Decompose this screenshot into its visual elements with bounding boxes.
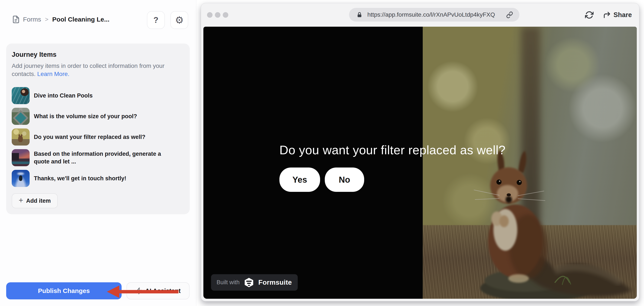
breadcrumb: Forms > Pool Cleaning Le...: [12, 15, 110, 24]
gear-icon: ⚙: [175, 15, 184, 25]
description-text: Add journey items in order to collect in…: [12, 63, 164, 77]
share-icon: [603, 11, 611, 19]
refresh-icon[interactable]: [585, 11, 594, 19]
sidebar: Forms > Pool Cleaning Le... ? ⚙ Journey …: [0, 0, 196, 306]
thumbnail-pool-swimmer: [12, 87, 30, 104]
journey-item-dive-into-clean-pools[interactable]: Dive into Clean Pools: [12, 87, 184, 104]
help-button[interactable]: ?: [147, 11, 165, 29]
add-item-label: Add item: [26, 198, 51, 204]
yes-button[interactable]: Yes: [280, 168, 320, 192]
journey-item-label: What is the volume size of your pool?: [34, 112, 137, 120]
formsuite-brand-label: Formsuite: [258, 278, 292, 286]
lock-icon: [356, 12, 363, 18]
ai-assistant-label: AI Assistant: [145, 287, 181, 294]
link-icon[interactable]: [506, 11, 513, 18]
no-button[interactable]: No: [325, 168, 364, 192]
breadcrumb-separator: >: [44, 16, 49, 23]
window-dot[interactable]: [207, 12, 212, 18]
journey-items-title: Journey Items: [12, 51, 184, 58]
settings-button[interactable]: ⚙: [170, 11, 188, 29]
window-controls: [207, 12, 228, 18]
journey-item-generate-quote[interactable]: Based on the information provided, gener…: [12, 149, 184, 166]
journey-item-label: Thanks, we'll get in touch shortly!: [34, 175, 126, 182]
thumbnail-pool-overhead: [12, 108, 30, 125]
window-dot[interactable]: [223, 12, 228, 18]
journey-item-pool-volume[interactable]: What is the volume size of your pool?: [12, 108, 184, 125]
browser-toolbar: https://app.formsuite.co/l/rXnAPvUoLtdp4…: [201, 3, 639, 27]
plus-icon: +: [19, 197, 23, 204]
toolbar-right-controls: Share: [585, 3, 632, 27]
squirrel-photo: [423, 27, 637, 299]
question-mark-icon: ?: [153, 16, 158, 25]
journey-items-list: Dive into Clean Pools What is the volume…: [12, 87, 184, 187]
thumbnail-sunset-pool-house: [12, 149, 30, 166]
lightning-bolt-icon: [136, 287, 143, 294]
learn-more-link[interactable]: Learn More.: [37, 71, 70, 77]
journey-items-panel: Journey Items Add journey items in order…: [6, 44, 190, 214]
form-preview-content: Do you want your filter replaced as well…: [204, 27, 637, 299]
share-label: Share: [614, 11, 632, 19]
built-with-label: Built with: [216, 279, 240, 286]
journey-item-label: Do you want your filter replaced as well…: [34, 133, 146, 141]
built-with-badge[interactable]: Built with Formsuite: [211, 274, 298, 291]
publish-changes-button[interactable]: Publish Changes: [6, 282, 122, 299]
thumbnail-squirrel: [12, 128, 30, 145]
breadcrumb-forms-link[interactable]: Forms: [23, 16, 41, 23]
document-icon: [12, 15, 20, 24]
journey-item-label: Based on the information provided, gener…: [34, 150, 174, 165]
formsuite-logo-icon: [243, 276, 255, 288]
journey-item-filter-replaced[interactable]: Do you want your filter replaced as well…: [12, 128, 184, 145]
share-button[interactable]: Share: [603, 11, 632, 19]
window-dot[interactable]: [215, 12, 220, 18]
photo-dark-overlay: [423, 27, 637, 299]
form-question: Do you want your filter replaced as well…: [280, 143, 506, 157]
ai-assistant-button[interactable]: AI Assistant: [126, 282, 190, 299]
answer-buttons: Yes No: [280, 168, 364, 192]
url-text: https://app.formsuite.co/l/rXnAPvUoLtdp4…: [367, 11, 502, 18]
thumbnail-underwater-diver: [12, 170, 30, 187]
journey-items-description: Add journey items in order to collect in…: [12, 62, 182, 78]
add-item-button[interactable]: + Add item: [12, 193, 58, 208]
journey-item-thanks[interactable]: Thanks, we'll get in touch shortly!: [12, 170, 184, 187]
address-bar[interactable]: https://app.formsuite.co/l/rXnAPvUoLtdp4…: [349, 8, 520, 22]
browser-preview-window: https://app.formsuite.co/l/rXnAPvUoLtdp4…: [201, 3, 639, 301]
page-title: Pool Cleaning Le...: [52, 16, 109, 23]
journey-item-label: Dive into Clean Pools: [34, 92, 93, 99]
